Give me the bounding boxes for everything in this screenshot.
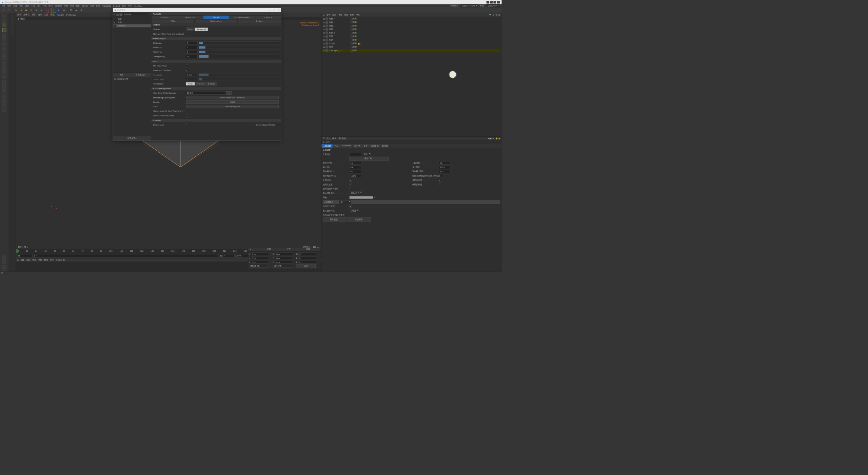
filter-icon[interactable]: ▽ <box>493 14 494 16</box>
eyedropper-icon[interactable]: ✎ <box>374 196 376 198</box>
pos-z-input[interactable] <box>251 261 269 264</box>
menu-item[interactable]: 雕刻 <box>96 4 100 7</box>
dialog-max-button[interactable]: □ <box>274 9 275 11</box>
move-tool[interactable]: ✥ <box>19 8 23 13</box>
back-icon[interactable]: ◀ <box>488 137 490 139</box>
menu-item[interactable]: 编辑 <box>7 4 12 7</box>
extra-icon[interactable] <box>11 17 14 20</box>
mat-menu[interactable]: 材质 <box>44 259 48 261</box>
nav-orbit-icon[interactable] <box>2 255 6 260</box>
vis-toggle[interactable] <box>351 39 353 41</box>
rotate-tool[interactable]: ⟳ <box>29 8 34 13</box>
rot-p-input[interactable] <box>298 256 316 260</box>
up-icon[interactable]: ▲ <box>493 137 495 139</box>
mat-menu[interactable]: 查看 <box>32 259 36 261</box>
projtime-input[interactable] <box>439 162 451 165</box>
hw-raytrace-check[interactable] <box>185 33 188 35</box>
enable-toggle[interactable] <box>355 18 357 20</box>
search-icon[interactable]: 🔍 <box>489 14 492 16</box>
render-view[interactable]: 🎬 <box>69 8 74 13</box>
minpixel-check[interactable] <box>186 64 188 67</box>
vp-icon[interactable] <box>487 1 489 3</box>
om-menu[interactable]: 标签 <box>350 14 354 16</box>
combined-input[interactable] <box>186 51 198 54</box>
enable-toggle[interactable] <box>355 42 357 44</box>
effects-button[interactable]: 效果... <box>113 73 132 77</box>
enable-toggle[interactable] <box>355 36 357 37</box>
max-input[interactable] <box>439 166 451 169</box>
hair-section[interactable]: Hair <box>151 60 281 63</box>
menu-item[interactable]: 模式 <box>19 4 23 7</box>
mat-menu[interactable]: Cycles 4D <box>56 259 65 261</box>
vp-menu-item[interactable]: 选项 <box>38 13 42 16</box>
my-render-settings[interactable]: 我的渲染设置 <box>117 78 129 80</box>
menu-item[interactable]: 体积 <box>48 4 53 7</box>
lock-icon[interactable]: 🔒 <box>495 137 498 139</box>
advanced-button[interactable]: Advanced <box>195 27 208 31</box>
lod-input[interactable] <box>350 174 361 177</box>
tess-4-button[interactable]: 4-Steps <box>195 82 206 86</box>
vis-toggle[interactable] <box>351 18 353 20</box>
apply-button[interactable]: 应用 <box>296 264 316 268</box>
lod-check[interactable] <box>441 175 443 177</box>
display-dropdown[interactable]: sRGB <box>186 100 279 104</box>
transparency-slider[interactable] <box>199 55 279 58</box>
rs-tab[interactable]: AOV <box>151 19 195 23</box>
defcolor-dropdown[interactable]: 60% 灰色 <box>350 191 362 195</box>
nav-pan-icon[interactable] <box>2 260 6 264</box>
vis-toggle[interactable] <box>351 25 353 27</box>
tess-8-button[interactable]: 8-Steps <box>206 82 217 86</box>
vis-toggle[interactable] <box>351 36 353 38</box>
render-tree-item[interactable]: 输出 <box>113 17 151 21</box>
size-x-input[interactable] <box>275 252 292 255</box>
tess-none-button[interactable]: None <box>186 82 195 86</box>
menu-item[interactable]: 动画 <box>70 4 74 7</box>
options-section[interactable]: Options <box>151 119 281 122</box>
tree-item[interactable]: ⊞C4dObject_12 <box>321 49 501 52</box>
menu-item[interactable]: 选择 <box>25 4 29 7</box>
menu-item[interactable]: 模拟 <box>76 4 80 7</box>
rs-tab[interactable]: Motion Blur <box>177 16 203 19</box>
gear-icon[interactable]: ⚙ <box>323 141 324 143</box>
size-z-input[interactable] <box>275 261 292 264</box>
gen-check[interactable] <box>350 183 352 186</box>
misc-icon[interactable] <box>2 84 6 89</box>
tree-item[interactable]: ⊞克隆 <box>321 45 501 49</box>
mat-menu[interactable]: 纹理 <box>50 259 54 261</box>
pos-mode-dropdown[interactable]: 对象 (相对) <box>249 264 269 268</box>
misc2-icon[interactable] <box>2 89 6 93</box>
menu-item[interactable]: 运动图形 <box>55 4 62 7</box>
menu-item[interactable]: 角色 <box>64 4 68 7</box>
ocio-config-input[interactable] <box>186 91 225 94</box>
extra-icon[interactable] <box>11 21 14 24</box>
fps-input[interactable] <box>350 162 361 165</box>
nav-zoom-icon[interactable] <box>2 265 6 269</box>
enable-toggle[interactable] <box>355 28 357 30</box>
browse-button[interactable]: ... <box>226 91 232 95</box>
reflection-slider[interactable] <box>199 42 279 44</box>
motion-check[interactable] <box>350 188 352 190</box>
save-preset-button[interactable]: 保存预设... <box>348 217 371 222</box>
mat-menu[interactable]: 创建 <box>21 259 25 261</box>
am-menu[interactable]: 编辑 <box>332 137 336 140</box>
layout-dropdown[interactable]: 启动 (用户) <box>486 4 500 7</box>
render-tree-item[interactable]: Redshift <box>113 24 151 27</box>
eye-icon[interactable]: 👁 <box>495 14 497 16</box>
scale-tool[interactable]: ▣ <box>24 8 28 13</box>
vp-icon[interactable] <box>493 1 496 3</box>
am-menu[interactable]: 模式 <box>327 137 331 140</box>
tree-item[interactable]: ⊞随机.2 <box>321 21 501 24</box>
transparency-input[interactable] <box>186 55 198 58</box>
undo-button[interactable]: ↶ <box>1 8 6 13</box>
def-check[interactable] <box>439 183 441 186</box>
cube-icon[interactable] <box>2 23 6 27</box>
am-tab[interactable]: 信息 <box>333 144 340 148</box>
y-axis-lock[interactable]: Y <box>51 8 56 13</box>
deflight-check[interactable] <box>186 124 188 126</box>
rot-b-input[interactable] <box>298 261 316 264</box>
om-menu[interactable]: 查看 <box>338 14 342 16</box>
scale-input[interactable] <box>350 153 361 156</box>
color-swatch[interactable] <box>350 196 373 199</box>
anim-check[interactable] <box>350 179 352 182</box>
rs-tab[interactable]: Caustics <box>255 16 281 19</box>
